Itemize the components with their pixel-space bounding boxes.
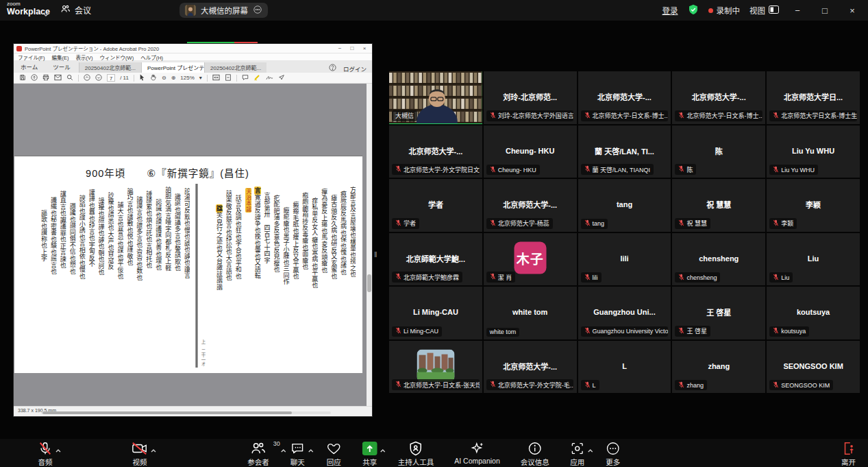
horizontal-scrollbar[interactable] [41, 411, 331, 414]
acrobat-maximize-button[interactable]: □ [347, 45, 357, 51]
participant-tile[interactable]: 北京师范大学-日文系-张天烁 [389, 341, 482, 394]
comment-icon[interactable] [242, 74, 249, 82]
select-cursor-icon[interactable] [139, 74, 145, 82]
participant-tile[interactable]: Guangzhou Uni...Guangzhou University Vic… [578, 287, 671, 339]
participant-tile[interactable]: LL [578, 341, 671, 394]
page-up-icon[interactable] [84, 74, 90, 82]
participant-tile[interactable]: LiuLiu [767, 233, 860, 286]
acrobat-minimize-button[interactable]: − [335, 45, 345, 51]
acrobat-menu-item[interactable]: 表示(V) [76, 53, 93, 61]
participant-tile[interactable]: 北京師範大学鮑...北京師範大学鮑彦霖 [389, 233, 482, 286]
document-canvas[interactable]: 900年頃 ⑥『新撰字鏡』(昌住) 方鄙言及言屋壊也構量也搒之也痕厥辰反馬病也保… [14, 84, 367, 406]
more-button[interactable]: 更多 [606, 441, 621, 467]
participants-caret[interactable] [280, 444, 287, 456]
highlighter-icon[interactable] [253, 73, 261, 82]
share-button[interactable]: 共享 [362, 441, 377, 467]
participant-tile[interactable]: SEONGSOO KIMSEONGSOO KIM [767, 341, 860, 394]
video-button[interactable]: 视频 [132, 441, 148, 467]
chat-caret[interactable] [308, 444, 314, 456]
reactions-button[interactable]: 回应 [326, 441, 342, 467]
participant-tile[interactable]: 刘玲-北京师范...刘玲-北京师范大学外国语言... [484, 71, 577, 124]
participant-tile[interactable]: 李颖李颖 [767, 179, 860, 232]
page-number-input[interactable]: 7 [107, 74, 115, 82]
participant-tile[interactable]: 北京师范大学-...北京师范大学-日文系-博士... [672, 71, 765, 124]
ai-companion-button[interactable]: AI Companion [454, 441, 500, 465]
shared-screen-pill[interactable]: 大槻信的屏幕 [179, 3, 268, 18]
save-icon[interactable] [19, 74, 26, 82]
share-doc-icon[interactable] [278, 74, 285, 82]
view-button[interactable]: 视图 [749, 5, 779, 16]
search-icon[interactable] [66, 74, 73, 82]
audio-button[interactable]: 音频 [38, 441, 53, 467]
close-button[interactable]: × [843, 5, 861, 16]
fit-width-icon[interactable] [212, 74, 220, 82]
vertical-scrollbar[interactable] [367, 84, 372, 406]
pill-more-icon[interactable] [253, 5, 262, 16]
recording-indicator[interactable]: 录制中 [708, 5, 741, 16]
acrobat-document-tab[interactable]: PowerPoint プレゼンテ...× [141, 62, 204, 73]
video-options-caret[interactable] [150, 444, 157, 456]
participant-tile[interactable]: zhangzhang [672, 341, 765, 394]
vertical-scrollbar-thumb[interactable] [367, 274, 371, 292]
help-icon[interactable] [329, 64, 336, 73]
acrobat-menu-item[interactable]: ファイル(F) [18, 53, 45, 61]
participant-tile[interactable]: Li Ming-CAULi Ming-CAU [389, 287, 482, 339]
participant-tile[interactable]: 学者学者 [389, 179, 482, 232]
acrobat-nav-tab[interactable]: ホーム [14, 60, 46, 73]
acrobat-document-tab[interactable]: 20250402北京師範... [79, 62, 141, 73]
maximize-button[interactable]: □ [816, 5, 834, 16]
horizontal-scrollbar-thumb[interactable] [42, 411, 292, 414]
chevron-down-icon[interactable] [42, 8, 49, 20]
minimize-button[interactable]: − [789, 5, 806, 16]
participant-tile[interactable]: 北京师范大学日...北京师范大学日文系-博士生... [767, 71, 860, 124]
host-tools-button[interactable]: 主持人工具 [398, 441, 434, 467]
meeting-info-button[interactable]: 会议信息 [521, 441, 549, 467]
chat-button[interactable]: 聊天 [290, 441, 306, 467]
acrobat-menu-item[interactable]: 編集(E) [52, 53, 69, 61]
security-shield-icon[interactable] [688, 4, 699, 16]
participant-tile[interactable]: Cheung- HKUCheung- HKU [484, 125, 577, 178]
participant-tile[interactable]: koutsuyakoutsuya [767, 287, 860, 339]
participant-tile[interactable]: 北京师范大学-...北京师范大学-外文学院日文... [389, 125, 482, 178]
apps-caret[interactable] [587, 444, 594, 456]
participant-tile[interactable]: 王 啓星王 啓星 [672, 287, 765, 339]
acrobat-document-tab[interactable]: 20250402北京師範... [204, 62, 266, 73]
zoom-out-icon[interactable]: ⊖ [162, 75, 166, 81]
share-caret[interactable] [380, 444, 386, 456]
acrobat-close-button[interactable]: × [360, 45, 369, 51]
participant-tile[interactable]: white tomwhite tom [484, 287, 577, 339]
participant-tile[interactable]: 北京师范大学-...北京师范大学-日文系-博士... [578, 71, 671, 124]
participant-tile[interactable]: lililili [578, 233, 671, 286]
meetings-tab[interactable]: 会议 [60, 4, 91, 16]
participant-tile[interactable]: 北京师范大学-...北京师范大学-外文学院-毛... [484, 341, 577, 394]
acrobat-menu-item[interactable]: ウィンドウ(W) [100, 53, 134, 61]
participant-tile[interactable]: 陈陈 [672, 125, 765, 178]
zoom-level-select[interactable]: 125% [180, 75, 194, 81]
participant-tile[interactable]: 大槻信 [389, 71, 482, 124]
mail-icon[interactable] [54, 74, 62, 82]
acrobat-login-link[interactable]: ログイン [343, 64, 367, 73]
participant-tile[interactable]: 北京师范大学-...北京师范大学-杨蕊 [484, 179, 577, 232]
participants-button[interactable]: 30 参会者 [247, 441, 269, 467]
sign-icon[interactable] [266, 74, 273, 82]
print-icon[interactable] [42, 74, 49, 82]
participant-tile[interactable]: tangtang [578, 179, 671, 232]
acrobat-nav-tab[interactable]: ツール [46, 60, 79, 73]
pane-divider-handle[interactable]: ‖ [374, 250, 378, 259]
upload-icon[interactable] [31, 74, 38, 82]
participant-tile[interactable]: 蘭 天啓/LAN, TI...蘭 天啓/LAN, TIANQI [578, 125, 671, 178]
acrobat-menu-item[interactable]: ヘルプ(H) [140, 53, 163, 61]
fit-page-icon[interactable] [225, 74, 232, 82]
participant-tile[interactable]: chenshengchensheng [672, 233, 765, 286]
leave-button[interactable]: 离开 [841, 441, 856, 467]
participant-tile[interactable]: 祝 慧慧祝 慧慧 [672, 179, 765, 232]
audio-options-caret[interactable] [55, 444, 62, 456]
login-link[interactable]: 登录 [662, 5, 678, 16]
hand-tool-icon[interactable] [150, 74, 157, 82]
zoom-in-icon[interactable]: ⊕ [171, 75, 176, 81]
zoom-caret-icon[interactable]: ▾ [199, 75, 202, 81]
apps-button[interactable]: 应用 [570, 441, 585, 467]
participant-tile[interactable]: 木子潔 肖 [484, 233, 577, 286]
participant-tile[interactable]: Liu Yu WHULiu Yu WHU [767, 125, 860, 178]
page-down-icon[interactable] [95, 74, 102, 82]
